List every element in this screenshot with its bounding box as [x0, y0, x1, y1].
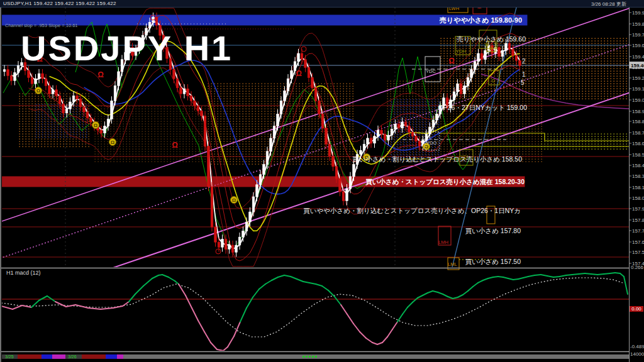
- level-box-label: LWH: [449, 6, 459, 11]
- macd-main-line: [387, 329, 392, 337]
- price-tick-label: 158.950: [632, 109, 644, 114]
- macd-main-line: [259, 284, 265, 289]
- macd-main-line: [341, 305, 347, 314]
- pivot-number: 5: [521, 79, 525, 86]
- macd-signal-line: [1, 278, 623, 337]
- price-tick-label: 158.195: [632, 185, 644, 190]
- ichimoku-cloud: [35, 104, 88, 138]
- macd-main-line: [309, 283, 316, 284]
- macd-main-line: [597, 274, 604, 275]
- macd-main-line: [278, 275, 284, 277]
- macd-main-line: [493, 277, 498, 277]
- macd-main-line: [624, 277, 628, 294]
- macd-main-line: [377, 343, 382, 344]
- price-tick-label: 159.275: [632, 75, 644, 81]
- level-box-label: LML: [448, 261, 457, 267]
- macd-main-line: [322, 286, 328, 290]
- macd-main-line: [129, 294, 135, 302]
- price-annotation: 買い小さめ 157.80: [465, 227, 521, 234]
- macd-main-line: [468, 287, 473, 291]
- macd-main-line: [198, 321, 204, 332]
- mt4-chart-window[interactable]: ΩΩΩΩΩΩΩΩΩΩΩLWHMWYDHDDYDCYDOYDLLMHLML215売…: [0, 0, 644, 362]
- macd-main-line: [483, 278, 488, 280]
- macd-main-line: [175, 281, 179, 284]
- price-tick-label: 159.490: [632, 54, 644, 60]
- macd-main-line: [297, 279, 303, 282]
- window-border-left: [0, 0, 1, 362]
- macd-main-line: [217, 349, 223, 351]
- red-omega-marker: Ω: [448, 57, 455, 65]
- price-annotation: 買い小さめ・割り込むとストップロス売り小さめ 158.50: [352, 155, 522, 163]
- macd-main-line: [265, 280, 272, 284]
- svg-text:Ω: Ω: [232, 197, 236, 203]
- macd-main-line: [211, 343, 217, 349]
- macd-main-line: [585, 273, 591, 274]
- macd-main-line: [335, 297, 341, 305]
- macd-main-line: [366, 338, 372, 343]
- level-box-label: LMH: [438, 239, 448, 245]
- macd-main-line: [523, 277, 528, 278]
- price-tick-label: 157.980: [632, 206, 644, 212]
- macd-main-line: [513, 279, 518, 280]
- price-annotation: 買い小さめ 157.50: [465, 258, 521, 265]
- macd-main-line: [284, 275, 291, 277]
- macd-main-line: [498, 277, 503, 277]
- timeline-scrollbar[interactable]: [2, 354, 629, 359]
- macd-main-line: [39, 296, 47, 300]
- macd-main-line: [240, 308, 247, 322]
- level-box-label: YDC: [426, 69, 436, 74]
- macd-main-line: [438, 292, 443, 294]
- macd-main-line: [186, 295, 192, 308]
- macd-main-line: [162, 275, 169, 277]
- macd-main-line: [31, 300, 39, 307]
- macd-main-line: [192, 308, 198, 321]
- macd-main-line: [418, 295, 423, 298]
- macd-main-line: [253, 289, 259, 297]
- macd-layer: [1, 273, 629, 351]
- price-tick-label: 157.870: [632, 217, 644, 223]
- price-tick-label: 157.550: [632, 250, 644, 255]
- price-tick-label: 158.090: [632, 195, 644, 201]
- macd-main-line: [463, 291, 468, 295]
- macd-main-line: [508, 278, 513, 280]
- svg-text:Ω: Ω: [94, 123, 98, 128]
- macd-main-line: [101, 308, 113, 309]
- macd-main-line: [152, 275, 158, 278]
- level-box-label: YDH: [456, 48, 466, 54]
- macd-main-line: [547, 276, 553, 277]
- macd-main-line: [143, 278, 152, 286]
- macd-main-line: [291, 277, 297, 279]
- red-omega-marker: Ω: [172, 141, 178, 150]
- macd-main-line: [360, 332, 366, 338]
- macd-main-line: [135, 286, 143, 294]
- red-omega-marker: Ω: [296, 69, 302, 78]
- macd-main-line: [392, 322, 397, 329]
- red-omega-marker: Ω: [36, 55, 43, 63]
- price-tick-label: 158.845: [632, 119, 644, 124]
- price-tick-label: 158.305: [632, 173, 644, 179]
- macd-main-line: [372, 343, 377, 344]
- macd-main-line: [620, 273, 624, 277]
- macd-main-line: [443, 294, 448, 297]
- macd-main-line: [579, 273, 585, 274]
- macd-main-line: [223, 347, 228, 351]
- price-tick-label: 157.655: [632, 239, 644, 245]
- svg-text:Ω: Ω: [36, 88, 41, 94]
- macd-main-line: [204, 332, 211, 343]
- price-tick-label: 158.520: [632, 152, 644, 158]
- macd-main-line: [123, 302, 129, 306]
- ichimoku-cloud: [541, 132, 629, 151]
- red-omega-marker: Ω: [97, 70, 104, 79]
- macd-main-line: [541, 275, 547, 276]
- macd-main-line: [604, 273, 610, 274]
- price-tick-label: 159.060: [632, 97, 644, 103]
- macd-main-line: [566, 275, 572, 275]
- main-chart-layer: ΩΩΩΩΩΩΩΩΩΩΩ: [0, 0, 644, 306]
- chart-canvas[interactable]: ΩΩΩΩΩΩΩΩΩΩΩLWHMWYDHDDYDCYDOYDLLMHLML215売…: [0, 0, 644, 362]
- macd-main-line: [478, 280, 483, 283]
- price-tick-label: 158.410: [632, 163, 644, 168]
- macd-main-line: [408, 302, 413, 307]
- price-tick-label: 157.765: [632, 228, 644, 234]
- ichimoku-cloud: [389, 99, 440, 162]
- macd-main-line: [453, 297, 458, 299]
